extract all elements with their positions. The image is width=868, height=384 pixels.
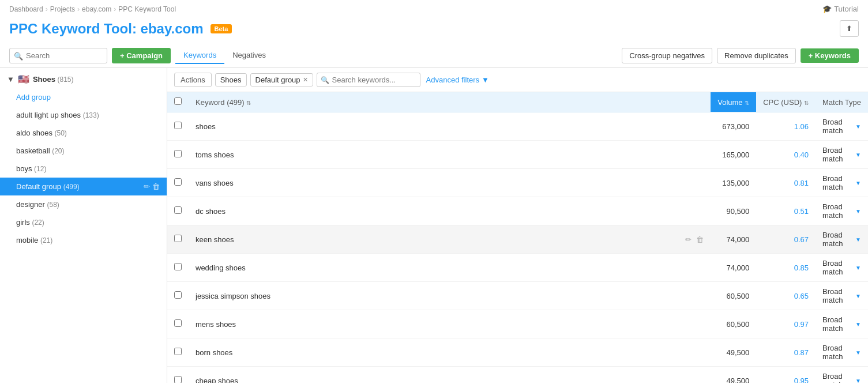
- row-checkbox[interactable]: [174, 376, 182, 383]
- filter-search-input[interactable]: [317, 73, 420, 87]
- table-row: shoes 673,000 1.06 Broad match ▼: [167, 112, 868, 141]
- actions-button[interactable]: Actions: [174, 73, 212, 87]
- match-dropdown-arrow: ▼: [855, 349, 861, 356]
- row-volume: 74,000: [711, 254, 756, 282]
- filter-search-icon: 🔍: [321, 76, 329, 84]
- row-checkbox[interactable]: [174, 291, 182, 299]
- sidebar-root-label: Shoes (815): [33, 75, 74, 84]
- row-match-type: Broad match ▼: [816, 282, 868, 310]
- row-checkbox-cell: [167, 197, 189, 225]
- sidebar-item-designer[interactable]: designer (58): [0, 195, 167, 213]
- select-all-checkbox[interactable]: [174, 97, 182, 105]
- filter-tag-default-group: Default group ✕: [250, 73, 313, 86]
- sidebar-root-group[interactable]: ▼ 🇺🇸 Shoes (815): [0, 68, 167, 91]
- keyword-text: toms shoes: [196, 150, 234, 159]
- row-checkbox[interactable]: [174, 178, 182, 186]
- row-match-type: Broad match ▼: [816, 197, 868, 225]
- add-group-link[interactable]: Add group: [0, 91, 167, 106]
- delete-row-icon[interactable]: 🗑: [696, 235, 704, 244]
- sidebar-item-basketball[interactable]: basketball (20): [0, 142, 167, 160]
- match-dropdown-arrow: ▼: [855, 236, 861, 243]
- match-type-dropdown[interactable]: Broad match ▼: [822, 118, 861, 135]
- breadcrumb-projects[interactable]: Projects: [50, 5, 75, 13]
- breadcrumb-sep-1: ›: [46, 5, 48, 13]
- header-cpc[interactable]: CPC (USD) ⇅: [756, 92, 816, 112]
- row-cpc: 0.51: [756, 197, 816, 225]
- row-match-type: Broad match ▼: [816, 169, 868, 197]
- tutorial-link[interactable]: 🎓 Tutorial: [822, 5, 859, 13]
- match-type-label: Broad match: [822, 174, 854, 191]
- row-checkbox[interactable]: [174, 206, 182, 214]
- row-checkbox[interactable]: [174, 150, 182, 157]
- sidebar-item-default-group[interactable]: Default group (499) ✏ 🗑: [0, 178, 167, 195]
- remove-filter-tag[interactable]: ✕: [303, 76, 308, 84]
- row-volume: 165,000: [711, 141, 756, 169]
- keyword-text: mens shoes: [196, 320, 236, 329]
- header-match-type[interactable]: Match Type: [816, 92, 868, 112]
- cross-group-negatives-button[interactable]: Cross-group negatives: [622, 48, 712, 63]
- row-volume: 90,500: [711, 197, 756, 225]
- match-type-label: Broad match: [822, 118, 854, 135]
- sidebar-item-aldo-shoes[interactable]: aldo shoes (50): [0, 124, 167, 142]
- match-type-dropdown[interactable]: Broad match ▼: [822, 372, 861, 383]
- header-keyword[interactable]: Keyword (499) ⇅: [189, 92, 711, 112]
- add-campaign-button[interactable]: + Campaign: [112, 48, 171, 63]
- keyword-text: shoes: [196, 122, 216, 131]
- row-checkbox[interactable]: [174, 235, 182, 242]
- match-type-dropdown[interactable]: Broad match ▼: [822, 146, 861, 163]
- row-checkbox[interactable]: [174, 263, 182, 270]
- breadcrumb-dashboard[interactable]: Dashboard: [9, 5, 43, 13]
- row-keyword: wedding shoes: [189, 254, 711, 282]
- row-cpc: 0.40: [756, 141, 816, 169]
- row-checkbox-cell: [167, 112, 189, 141]
- remove-duplicates-button[interactable]: Remove duplicates: [717, 48, 796, 63]
- match-type-dropdown[interactable]: Broad match ▼: [822, 315, 861, 333]
- match-type-dropdown[interactable]: Broad match ▼: [822, 259, 861, 276]
- row-cpc: 0.81: [756, 169, 816, 197]
- row-checkbox[interactable]: [174, 122, 182, 129]
- sidebar-item-girls[interactable]: girls (22): [0, 213, 167, 231]
- export-button[interactable]: ⬆: [840, 20, 859, 37]
- cpc-sort-icon: ⇅: [804, 100, 809, 106]
- main-toolbar: 🔍 + Campaign Keywords Negatives Cross-gr…: [0, 44, 868, 68]
- match-type-dropdown[interactable]: Broad match ▼: [822, 231, 861, 248]
- delete-icon[interactable]: 🗑: [152, 182, 160, 191]
- match-type-dropdown[interactable]: Broad match ▼: [822, 174, 861, 191]
- table-row: vans shoes 135,000 0.81 Broad match ▼: [167, 169, 868, 197]
- add-keywords-button[interactable]: + Keywords: [801, 48, 859, 63]
- row-match-type: Broad match ▼: [816, 367, 868, 383]
- sidebar: ▼ 🇺🇸 Shoes (815) Add group adult light u…: [0, 68, 167, 383]
- table-row: keen shoes ✏ 🗑 74,000 0.67 Broad match ▼: [167, 225, 868, 254]
- row-match-type: Broad match ▼: [816, 254, 868, 282]
- tab-keywords[interactable]: Keywords: [175, 47, 224, 64]
- match-type-dropdown[interactable]: Broad match ▼: [822, 344, 861, 361]
- breadcrumb-ebay[interactable]: ebay.com: [82, 5, 111, 13]
- row-checkbox-cell: [167, 367, 189, 383]
- sidebar-item-boys[interactable]: boys (12): [0, 160, 167, 178]
- keyword-text: wedding shoes: [196, 263, 246, 272]
- keyword-text: dc shoes: [196, 207, 226, 216]
- match-type-label: Broad match: [822, 146, 854, 163]
- row-checkbox-cell: [167, 169, 189, 197]
- row-keyword: born shoes: [189, 338, 711, 367]
- sidebar-toggle-icon[interactable]: ▼: [7, 75, 14, 84]
- edit-icon[interactable]: ✏: [144, 182, 150, 191]
- search-input[interactable]: [9, 48, 107, 63]
- tab-negatives[interactable]: Negatives: [224, 47, 274, 64]
- breadcrumb-sep-2: ›: [77, 5, 80, 13]
- match-type-dropdown[interactable]: Broad match ▼: [822, 202, 861, 220]
- sidebar-item-mobile[interactable]: mobile (21): [0, 231, 167, 249]
- advanced-filters-button[interactable]: Advanced filters ▼: [426, 76, 489, 84]
- row-keyword: cheap shoes: [189, 367, 711, 383]
- header-volume[interactable]: Volume ⇅: [711, 92, 756, 112]
- match-dropdown-arrow: ▼: [855, 265, 861, 271]
- match-type-label: Broad match: [822, 372, 854, 383]
- row-checkbox[interactable]: [174, 319, 182, 327]
- filter-bar: Actions Shoes Default group ✕ 🔍 Advanced…: [167, 68, 868, 92]
- row-checkbox[interactable]: [174, 348, 182, 355]
- sidebar-item-adult-light-up-shoes[interactable]: adult light up shoes (133): [0, 106, 167, 124]
- match-dropdown-arrow: ▼: [855, 378, 861, 383]
- row-keyword: vans shoes: [189, 169, 711, 197]
- match-type-dropdown[interactable]: Broad match ▼: [822, 287, 861, 304]
- edit-row-icon[interactable]: ✏: [685, 235, 692, 244]
